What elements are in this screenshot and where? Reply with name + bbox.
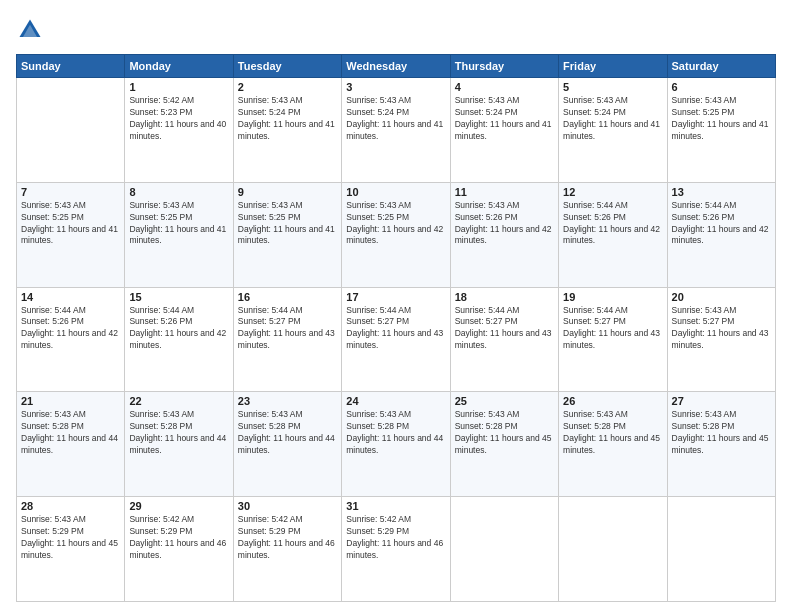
sunset: Sunset: 5:24 PM bbox=[346, 107, 409, 117]
day-number: 26 bbox=[563, 395, 662, 407]
day-number: 28 bbox=[21, 500, 120, 512]
sunset: Sunset: 5:28 PM bbox=[455, 421, 518, 431]
sunrise: Sunrise: 5:42 AM bbox=[346, 514, 411, 524]
calendar-cell: 5 Sunrise: 5:43 AM Sunset: 5:24 PM Dayli… bbox=[559, 78, 667, 183]
sunrise: Sunrise: 5:43 AM bbox=[238, 95, 303, 105]
calendar-cell: 15 Sunrise: 5:44 AM Sunset: 5:26 PM Dayl… bbox=[125, 287, 233, 392]
day-info: Sunrise: 5:44 AM Sunset: 5:27 PM Dayligh… bbox=[346, 305, 445, 353]
day-info: Sunrise: 5:44 AM Sunset: 5:26 PM Dayligh… bbox=[563, 200, 662, 248]
day-number: 23 bbox=[238, 395, 337, 407]
day-info: Sunrise: 5:43 AM Sunset: 5:24 PM Dayligh… bbox=[455, 95, 554, 143]
daylight: Daylight: 11 hours and 45 minutes. bbox=[672, 433, 769, 455]
day-info: Sunrise: 5:43 AM Sunset: 5:25 PM Dayligh… bbox=[346, 200, 445, 248]
calendar-cell: 21 Sunrise: 5:43 AM Sunset: 5:28 PM Dayl… bbox=[17, 392, 125, 497]
day-number: 22 bbox=[129, 395, 228, 407]
calendar-cell: 7 Sunrise: 5:43 AM Sunset: 5:25 PM Dayli… bbox=[17, 182, 125, 287]
col-header-monday: Monday bbox=[125, 55, 233, 78]
logo bbox=[16, 16, 48, 44]
sunrise: Sunrise: 5:43 AM bbox=[455, 95, 520, 105]
calendar-cell: 10 Sunrise: 5:43 AM Sunset: 5:25 PM Dayl… bbox=[342, 182, 450, 287]
day-info: Sunrise: 5:44 AM Sunset: 5:26 PM Dayligh… bbox=[672, 200, 771, 248]
sunset: Sunset: 5:29 PM bbox=[346, 526, 409, 536]
day-number: 20 bbox=[672, 291, 771, 303]
sunset: Sunset: 5:24 PM bbox=[238, 107, 301, 117]
sunrise: Sunrise: 5:43 AM bbox=[21, 514, 86, 524]
calendar-cell: 8 Sunrise: 5:43 AM Sunset: 5:25 PM Dayli… bbox=[125, 182, 233, 287]
day-info: Sunrise: 5:44 AM Sunset: 5:27 PM Dayligh… bbox=[238, 305, 337, 353]
calendar-week-3: 21 Sunrise: 5:43 AM Sunset: 5:28 PM Dayl… bbox=[17, 392, 776, 497]
day-info: Sunrise: 5:43 AM Sunset: 5:25 PM Dayligh… bbox=[129, 200, 228, 248]
sunrise: Sunrise: 5:43 AM bbox=[672, 305, 737, 315]
sunset: Sunset: 5:27 PM bbox=[346, 316, 409, 326]
day-number: 3 bbox=[346, 81, 445, 93]
calendar-cell: 24 Sunrise: 5:43 AM Sunset: 5:28 PM Dayl… bbox=[342, 392, 450, 497]
calendar-cell: 30 Sunrise: 5:42 AM Sunset: 5:29 PM Dayl… bbox=[233, 497, 341, 602]
calendar-cell: 28 Sunrise: 5:43 AM Sunset: 5:29 PM Dayl… bbox=[17, 497, 125, 602]
sunrise: Sunrise: 5:43 AM bbox=[455, 200, 520, 210]
sunset: Sunset: 5:25 PM bbox=[21, 212, 84, 222]
sunset: Sunset: 5:26 PM bbox=[455, 212, 518, 222]
calendar-cell: 27 Sunrise: 5:43 AM Sunset: 5:28 PM Dayl… bbox=[667, 392, 775, 497]
page: SundayMondayTuesdayWednesdayThursdayFrid… bbox=[0, 0, 792, 612]
day-info: Sunrise: 5:43 AM Sunset: 5:25 PM Dayligh… bbox=[238, 200, 337, 248]
day-number: 27 bbox=[672, 395, 771, 407]
day-info: Sunrise: 5:43 AM Sunset: 5:28 PM Dayligh… bbox=[238, 409, 337, 457]
daylight: Daylight: 11 hours and 42 minutes. bbox=[129, 328, 226, 350]
calendar-cell: 26 Sunrise: 5:43 AM Sunset: 5:28 PM Dayl… bbox=[559, 392, 667, 497]
day-info: Sunrise: 5:43 AM Sunset: 5:27 PM Dayligh… bbox=[672, 305, 771, 353]
sunset: Sunset: 5:24 PM bbox=[455, 107, 518, 117]
day-number: 18 bbox=[455, 291, 554, 303]
sunset: Sunset: 5:27 PM bbox=[672, 316, 735, 326]
logo-icon bbox=[16, 16, 44, 44]
day-info: Sunrise: 5:42 AM Sunset: 5:29 PM Dayligh… bbox=[129, 514, 228, 562]
day-info: Sunrise: 5:42 AM Sunset: 5:29 PM Dayligh… bbox=[238, 514, 337, 562]
daylight: Daylight: 11 hours and 43 minutes. bbox=[238, 328, 335, 350]
daylight: Daylight: 11 hours and 41 minutes. bbox=[21, 224, 118, 246]
daylight: Daylight: 11 hours and 42 minutes. bbox=[563, 224, 660, 246]
day-info: Sunrise: 5:43 AM Sunset: 5:26 PM Dayligh… bbox=[455, 200, 554, 248]
col-header-friday: Friday bbox=[559, 55, 667, 78]
sunset: Sunset: 5:28 PM bbox=[563, 421, 626, 431]
daylight: Daylight: 11 hours and 41 minutes. bbox=[129, 224, 226, 246]
sunset: Sunset: 5:25 PM bbox=[238, 212, 301, 222]
calendar-cell: 13 Sunrise: 5:44 AM Sunset: 5:26 PM Dayl… bbox=[667, 182, 775, 287]
sunset: Sunset: 5:26 PM bbox=[672, 212, 735, 222]
day-info: Sunrise: 5:43 AM Sunset: 5:28 PM Dayligh… bbox=[672, 409, 771, 457]
calendar-cell bbox=[667, 497, 775, 602]
sunset: Sunset: 5:24 PM bbox=[563, 107, 626, 117]
calendar-cell: 16 Sunrise: 5:44 AM Sunset: 5:27 PM Dayl… bbox=[233, 287, 341, 392]
calendar-cell: 31 Sunrise: 5:42 AM Sunset: 5:29 PM Dayl… bbox=[342, 497, 450, 602]
sunset: Sunset: 5:25 PM bbox=[129, 212, 192, 222]
day-info: Sunrise: 5:43 AM Sunset: 5:25 PM Dayligh… bbox=[672, 95, 771, 143]
day-info: Sunrise: 5:43 AM Sunset: 5:24 PM Dayligh… bbox=[563, 95, 662, 143]
sunrise: Sunrise: 5:42 AM bbox=[238, 514, 303, 524]
daylight: Daylight: 11 hours and 45 minutes. bbox=[455, 433, 552, 455]
day-info: Sunrise: 5:44 AM Sunset: 5:26 PM Dayligh… bbox=[129, 305, 228, 353]
calendar-week-1: 7 Sunrise: 5:43 AM Sunset: 5:25 PM Dayli… bbox=[17, 182, 776, 287]
sunset: Sunset: 5:26 PM bbox=[21, 316, 84, 326]
day-number: 25 bbox=[455, 395, 554, 407]
calendar-cell: 9 Sunrise: 5:43 AM Sunset: 5:25 PM Dayli… bbox=[233, 182, 341, 287]
daylight: Daylight: 11 hours and 43 minutes. bbox=[672, 328, 769, 350]
sunrise: Sunrise: 5:44 AM bbox=[672, 200, 737, 210]
sunrise: Sunrise: 5:44 AM bbox=[346, 305, 411, 315]
day-number: 9 bbox=[238, 186, 337, 198]
sunset: Sunset: 5:28 PM bbox=[672, 421, 735, 431]
calendar-cell: 14 Sunrise: 5:44 AM Sunset: 5:26 PM Dayl… bbox=[17, 287, 125, 392]
sunset: Sunset: 5:25 PM bbox=[672, 107, 735, 117]
sunset: Sunset: 5:29 PM bbox=[238, 526, 301, 536]
day-number: 21 bbox=[21, 395, 120, 407]
day-info: Sunrise: 5:43 AM Sunset: 5:24 PM Dayligh… bbox=[238, 95, 337, 143]
sunset: Sunset: 5:27 PM bbox=[238, 316, 301, 326]
day-info: Sunrise: 5:42 AM Sunset: 5:29 PM Dayligh… bbox=[346, 514, 445, 562]
day-info: Sunrise: 5:43 AM Sunset: 5:28 PM Dayligh… bbox=[455, 409, 554, 457]
daylight: Daylight: 11 hours and 46 minutes. bbox=[129, 538, 226, 560]
calendar-cell: 1 Sunrise: 5:42 AM Sunset: 5:23 PM Dayli… bbox=[125, 78, 233, 183]
calendar-cell: 17 Sunrise: 5:44 AM Sunset: 5:27 PM Dayl… bbox=[342, 287, 450, 392]
sunset: Sunset: 5:27 PM bbox=[455, 316, 518, 326]
sunrise: Sunrise: 5:43 AM bbox=[563, 95, 628, 105]
day-info: Sunrise: 5:43 AM Sunset: 5:24 PM Dayligh… bbox=[346, 95, 445, 143]
day-info: Sunrise: 5:43 AM Sunset: 5:28 PM Dayligh… bbox=[129, 409, 228, 457]
sunrise: Sunrise: 5:43 AM bbox=[21, 200, 86, 210]
sunrise: Sunrise: 5:43 AM bbox=[672, 95, 737, 105]
